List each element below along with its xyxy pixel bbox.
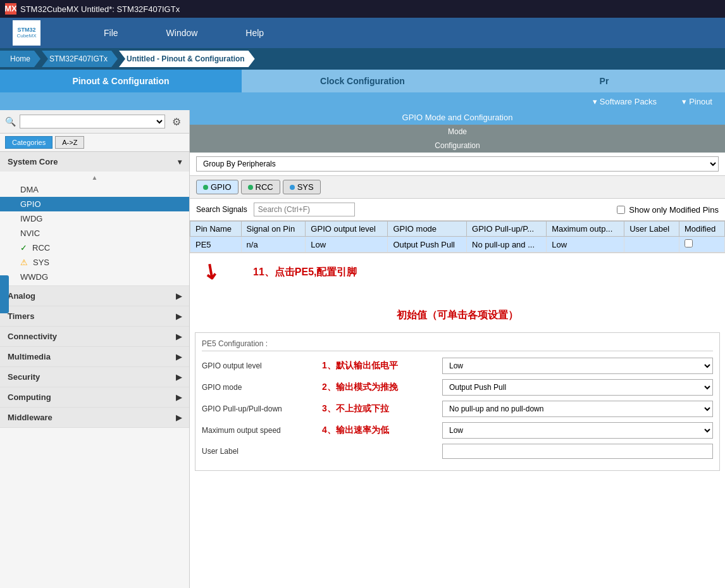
chevron-down-icon-system: ▾ [178, 158, 182, 166]
config-label-pullup: GPIO Pull-up/Pull-down [202, 404, 316, 413]
sidebar-item-wwdg[interactable]: WWDG [0, 270, 189, 284]
cat-btn-az[interactable]: A->Z [55, 136, 84, 149]
group-by-select[interactable]: Group By Peripherals [196, 156, 719, 172]
menu-help[interactable]: Help [240, 25, 269, 41]
breadcrumb-current[interactable]: Untitled - Pinout & Configuration [119, 51, 255, 67]
multimedia-header[interactable]: Multimedia ▶ [0, 347, 189, 366]
system-core-items: ▲ DMA GPIO IWDG NVIC ✓ RCC ⚠ [0, 172, 189, 285]
secondary-toolbar: ▾ Software Packs ▾ Pinout [0, 92, 725, 110]
group-by-row: Group By Peripherals [190, 153, 725, 176]
sidebar: 🔍 ⚙ Categories A->Z System Core ▾ ▲ DMA … [0, 110, 190, 588]
col-gpio-mode[interactable]: GPIO mode [388, 222, 467, 237]
computing-header[interactable]: Computing ▶ [0, 387, 189, 407]
gpio-tab-sys[interactable]: SYS [283, 180, 321, 194]
config-label-max-speed: Maximum output speed [202, 426, 316, 435]
cell-gpio-mode: Output Push Pull [388, 237, 467, 253]
vertical-tab[interactable] [0, 275, 9, 313]
config-label-output-level: GPIO output level [202, 361, 316, 370]
sidebar-item-dma[interactable]: DMA [0, 182, 189, 197]
menu-file[interactable]: File [99, 25, 123, 41]
tab-clock[interactable]: Clock Configuration [242, 70, 483, 92]
sys-dot [290, 185, 295, 190]
tab-pinout[interactable]: Pinout & Configuration [0, 70, 242, 92]
breadcrumb-home[interactable]: Home [0, 51, 40, 67]
chevron-right-icon-conn: ▶ [176, 332, 182, 341]
search-signals-label: Search Signals [196, 205, 247, 214]
sidebar-item-rcc[interactable]: ✓ RCC [0, 241, 189, 255]
search-icon: 🔍 [5, 116, 16, 127]
sort-arrow-up[interactable]: ▲ [0, 173, 189, 182]
col-signal[interactable]: Signal on Pin [241, 222, 306, 237]
search-bar: 🔍 ⚙ [0, 110, 189, 134]
chevron-right-icon-comp: ▶ [176, 393, 182, 402]
connectivity-header[interactable]: Connectivity ▶ [0, 327, 189, 346]
config-row-pullup: GPIO Pull-up/Pull-down 3、不上拉或下拉 No pull-… [202, 401, 713, 417]
menu-window[interactable]: Window [161, 25, 203, 41]
gpio-tab-rcc[interactable]: RCC [241, 180, 280, 194]
sidebar-section-multimedia: Multimedia ▶ [0, 347, 189, 367]
search-signals-input[interactable] [254, 203, 355, 216]
pe5-config-title: PE5 Configuration : [202, 339, 713, 351]
annotation-arrow-icon: ↘ [197, 257, 225, 287]
chevron-down-icon: ▾ [593, 97, 597, 106]
col-modified[interactable]: Modified [679, 222, 725, 237]
modified-checkbox[interactable] [685, 239, 693, 247]
middleware-header[interactable]: Middleware ▶ [0, 408, 189, 427]
annotation-area: ↘ 11、点击PE5,配置引脚 [190, 253, 725, 304]
col-pin-name[interactable]: Pin Name [190, 222, 242, 237]
rcc-dot [248, 185, 253, 190]
config-input-user-label[interactable] [442, 444, 713, 459]
cat-btn-categories[interactable]: Categories [5, 136, 53, 149]
sidebar-item-sys[interactable]: ⚠ SYS [0, 255, 189, 270]
menu-bar: STM32 CubeMX File Window Help [0, 18, 725, 48]
gpio-tab-gpio[interactable]: GPIO [196, 180, 239, 194]
chevron-right-icon-media: ▶ [176, 353, 182, 361]
gpio-mode-config-header: GPIO Mode and Configuration [190, 110, 725, 125]
annotation-text: 11、点击PE5,配置引脚 [253, 266, 357, 279]
sidebar-item-iwdg[interactable]: IWDG [0, 211, 189, 226]
config-annotation-max-speed: 4、输出速率为低 [322, 425, 436, 436]
chevron-right-icon-sec: ▶ [176, 373, 182, 382]
breadcrumb-device[interactable]: STM32F407IGTx [42, 51, 118, 67]
security-header[interactable]: Security ▶ [0, 367, 189, 387]
svg-text:MX: MX [5, 4, 16, 13]
config-select-gpio-mode[interactable]: Output Push Pull [442, 379, 713, 396]
col-max-output[interactable]: Maximum outp... [547, 222, 624, 237]
search-select[interactable] [20, 115, 165, 128]
col-pullup[interactable]: GPIO Pull-up/P... [467, 222, 547, 237]
cell-max-output: Low [547, 237, 624, 253]
sidebar-section-middleware: Middleware ▶ [0, 408, 189, 428]
rcc-check-icon: ✓ [20, 243, 27, 253]
pin-table-container: Pin Name Signal on Pin GPIO output level… [190, 221, 725, 253]
cell-pullup: No pull-up and ... [467, 237, 547, 253]
config-annotation-output-level: 1、默认输出低电平 [322, 360, 436, 372]
config-row-gpio-mode: GPIO mode 2、输出模式为推挽 Output Push Pull [202, 379, 713, 396]
settings-icon[interactable]: ⚙ [169, 114, 184, 129]
sidebar-section-connectivity: Connectivity ▶ [0, 327, 189, 347]
sidebar-section-security: Security ▶ [0, 367, 189, 387]
sidebar-section-analog: Analog ▶ [0, 286, 189, 306]
cell-pin-name: PE5 [190, 237, 242, 253]
table-row[interactable]: PE5 n/a Low Output Push Pull No pull-up … [190, 237, 725, 253]
system-core-header[interactable]: System Core ▾ [0, 152, 189, 172]
config-row-user-label: User Label [202, 444, 713, 459]
analog-header[interactable]: Analog ▶ [0, 286, 189, 306]
tab-pr[interactable]: Pr [483, 70, 725, 92]
initial-value-banner: 初始值（可单击各项设置） [190, 304, 725, 327]
col-output-level[interactable]: GPIO output level [306, 222, 388, 237]
cell-modified [679, 237, 725, 253]
col-user-label[interactable]: User Label [624, 222, 679, 237]
sidebar-section-timers: Timers ▶ [0, 306, 189, 327]
sidebar-section-system-core: System Core ▾ ▲ DMA GPIO IWDG NVIC ✓ [0, 152, 189, 286]
software-packs-btn[interactable]: ▾ Software Packs [593, 97, 657, 106]
show-modified-checkbox[interactable] [617, 206, 625, 214]
chevron-down-icon-2: ▾ [682, 97, 686, 106]
config-select-output-level[interactable]: Low [442, 358, 713, 374]
sidebar-item-gpio[interactable]: GPIO [0, 197, 189, 211]
pinout-btn[interactable]: ▾ Pinout [682, 97, 712, 106]
chevron-right-icon-timers: ▶ [176, 312, 182, 321]
sidebar-item-nvic[interactable]: NVIC [0, 226, 189, 241]
config-select-pullup[interactable]: No pull-up and no pull-down [442, 401, 713, 417]
config-select-max-speed[interactable]: Low [442, 422, 713, 439]
timers-header[interactable]: Timers ▶ [0, 306, 189, 326]
